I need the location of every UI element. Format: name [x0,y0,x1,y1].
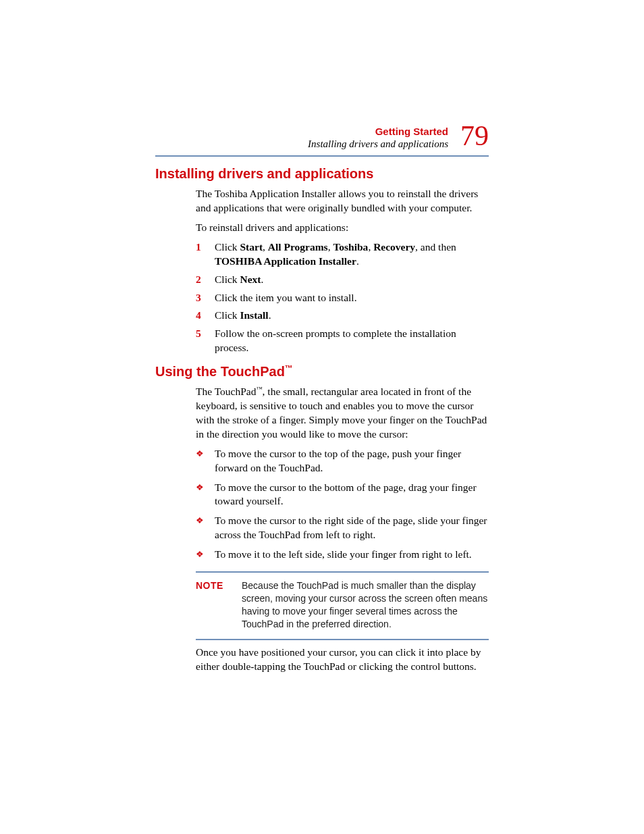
step-number: 1 [196,240,205,269]
bullet-text: To move the cursor to the top of the pag… [215,447,489,475]
step-1: 1 Click Start, All Programs, Toshiba, Re… [196,240,489,269]
step-number: 2 [196,273,205,287]
section2-body: The TouchPad™, the small, rectangular ar… [196,385,489,562]
bullet-item: ❖ To move it to the left side, slide you… [196,548,489,562]
step-number: 3 [196,291,205,305]
heading-touchpad: Using the TouchPad™ [155,363,489,380]
page-header: Getting Started Installing drivers and a… [155,122,489,150]
closing-body: Once you have positioned your cursor, yo… [196,646,489,674]
diamond-icon: ❖ [196,514,205,542]
bullet-item: ❖ To move the cursor to the right side o… [196,514,489,542]
trademark-symbol: ™ [256,386,262,392]
bullet-text: To move it to the left side, slide your … [215,548,472,562]
trademark-symbol: ™ [285,363,293,373]
step-5: 5 Follow the on-screen prompts to comple… [196,327,489,355]
page-content: Getting Started Installing drivers and a… [0,0,644,814]
page-number: 79 [460,122,489,150]
bullet-item: ❖ To move the cursor to the bottom of th… [196,481,489,509]
touchpad-intro: The TouchPad™, the small, rectangular ar… [196,385,489,442]
header-rule [155,155,489,157]
note-block: NOTE Because the TouchPad is much smalle… [196,571,489,640]
bullet-text: To move the cursor to the right side of … [215,514,489,542]
heading-installing: Installing drivers and applications [155,166,489,182]
bullet-text: To move the cursor to the bottom of the … [215,481,489,509]
note-rule-top [196,571,489,573]
section-name: Installing drivers and applications [308,138,448,150]
step-text: Click Install. [215,309,271,323]
step-4: 4 Click Install. [196,309,489,323]
step-number: 5 [196,327,205,355]
closing-paragraph: Once you have positioned your cursor, yo… [196,646,489,674]
step-text: Click Start, All Programs, Toshiba, Reco… [215,240,489,269]
step-2: 2 Click Next. [196,273,489,287]
diamond-icon: ❖ [196,548,205,562]
step-text: Click the item you want to install. [215,291,357,305]
bullet-item: ❖ To move the cursor to the top of the p… [196,447,489,475]
note-label: NOTE [196,579,230,631]
section1-body: The Toshiba Application Installer allows… [196,187,489,355]
step-text: Click Next. [215,273,263,287]
note-row: NOTE Because the TouchPad is much smalle… [196,575,489,636]
diamond-icon: ❖ [196,481,205,509]
lead-paragraph: To reinstall drivers and applications: [196,221,489,235]
chapter-name: Getting Started [308,126,448,138]
steps-list: 1 Click Start, All Programs, Toshiba, Re… [196,240,489,355]
step-3: 3 Click the item you want to install. [196,291,489,305]
header-text: Getting Started Installing drivers and a… [308,126,448,150]
note-text: Because the TouchPad is much smaller tha… [242,579,489,631]
diamond-icon: ❖ [196,447,205,475]
intro-paragraph: The Toshiba Application Installer allows… [196,187,489,215]
step-number: 4 [196,309,205,323]
note-rule-bottom [196,639,489,640]
step-text: Follow the on-screen prompts to complete… [215,327,489,355]
touchpad-bullets: ❖ To move the cursor to the top of the p… [196,447,489,562]
